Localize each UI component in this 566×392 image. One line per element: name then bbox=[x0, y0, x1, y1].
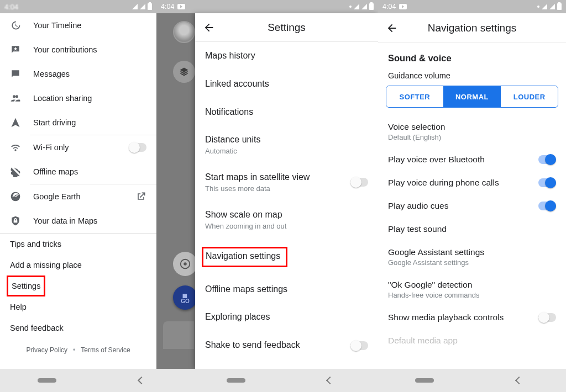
toggle[interactable] bbox=[350, 178, 368, 187]
settings-item[interactable]: Start maps in satellite viewThis uses mo… bbox=[195, 163, 378, 201]
settings-item-primary: Maps history bbox=[205, 50, 368, 62]
signal-icon bbox=[140, 4, 145, 9]
settings-item[interactable]: Shake to send feedback bbox=[195, 331, 378, 359]
shield-icon bbox=[10, 215, 22, 226]
drawer-item-offline-maps[interactable]: Offline maps bbox=[0, 160, 156, 184]
toggle[interactable] bbox=[538, 178, 556, 187]
map-background-strip bbox=[156, 0, 195, 369]
map-go-button: ◆ GO bbox=[173, 285, 197, 310]
volume-option-softer[interactable]: SOFTER bbox=[386, 86, 443, 107]
drawer-item-messages[interactable]: Messages bbox=[0, 62, 156, 86]
row-primary: Play voice over Bluetooth bbox=[388, 155, 533, 165]
drawer-item-wifi-only[interactable]: Wi-Fi only bbox=[0, 135, 156, 160]
back-button[interactable] bbox=[386, 22, 398, 34]
row-secondary: Google Assistant settings bbox=[388, 258, 556, 267]
settings-item[interactable]: Maps history bbox=[195, 42, 378, 70]
drawer-item-contributions[interactable]: Your contributions bbox=[0, 38, 156, 62]
screen-navigation-settings: 4:04 Navigation settings Sound & voice G… bbox=[378, 0, 566, 369]
nav-setting-row[interactable]: Show media playback controls bbox=[378, 306, 566, 329]
drawer-item-start-driving[interactable]: Start driving bbox=[0, 110, 156, 135]
drawer-item-google-earth[interactable]: Google Earth bbox=[0, 184, 156, 209]
home-pill[interactable] bbox=[227, 378, 245, 383]
home-pill[interactable] bbox=[415, 378, 434, 383]
settings-item[interactable]: Linked accounts bbox=[195, 70, 378, 98]
settings-title: Settings bbox=[195, 22, 378, 34]
settings-item[interactable]: About, terms & privacy bbox=[195, 359, 378, 369]
nav-setting-row[interactable]: Play audio cues bbox=[378, 194, 566, 218]
settings-item[interactable]: Notifications bbox=[195, 98, 378, 126]
row-primary: Default media app bbox=[388, 336, 556, 346]
toggle[interactable] bbox=[538, 313, 556, 322]
youtube-notif-icon bbox=[177, 4, 185, 9]
settings-item-secondary: This uses more data bbox=[205, 184, 346, 193]
home-pill[interactable] bbox=[38, 378, 56, 383]
back-gesture-icon[interactable] bbox=[326, 377, 334, 384]
battery-icon bbox=[557, 3, 562, 10]
settings-item-primary: Exploring places bbox=[205, 311, 368, 323]
drawer-item-label: Your contributions bbox=[33, 45, 146, 54]
settings-item-primary: Offline maps settings bbox=[205, 284, 368, 295]
nav-setting-row[interactable]: "Ok Google" detectionHands-free voice co… bbox=[378, 273, 566, 306]
wifi-only-toggle[interactable] bbox=[129, 143, 146, 152]
row-secondary: Hands-free voice commands bbox=[388, 291, 556, 299]
tos-link[interactable]: Terms of Service bbox=[81, 346, 130, 354]
drawer-item-add-place[interactable]: Add a missing place bbox=[0, 255, 156, 276]
nav-settings-header: Navigation settings bbox=[378, 13, 566, 43]
nav-icon bbox=[10, 117, 22, 128]
toggle[interactable] bbox=[538, 202, 556, 210]
settings-header: Settings bbox=[195, 13, 378, 42]
drawer-item-label: Start driving bbox=[33, 118, 146, 127]
volume-option-normal[interactable]: NORMAL bbox=[443, 86, 501, 107]
row-primary: Play audio cues bbox=[388, 201, 533, 211]
back-gesture-icon[interactable] bbox=[515, 377, 523, 384]
screen-drawer: 4:04 Your Timeline bbox=[0, 0, 156, 369]
map-mylocation-button bbox=[173, 252, 197, 276]
nav-setting-row[interactable]: Default media app bbox=[378, 329, 566, 352]
toggle[interactable] bbox=[538, 155, 556, 164]
row-voice-selection[interactable]: Voice selection Default (English) bbox=[378, 115, 566, 148]
settings-item[interactable]: Navigation settings bbox=[195, 239, 378, 276]
nav-setting-row[interactable]: Play voice during phone calls bbox=[378, 171, 566, 194]
back-gesture-icon[interactable] bbox=[138, 377, 145, 384]
dot-icon bbox=[349, 6, 352, 8]
settings-item-primary: Shake to send feedback bbox=[205, 340, 346, 351]
drawer-item-help[interactable]: Help bbox=[0, 296, 156, 317]
settings-item[interactable]: Show scale on mapWhen zooming in and out bbox=[195, 201, 378, 239]
battery-icon bbox=[369, 3, 374, 10]
volume-option-louder[interactable]: LOUDER bbox=[500, 86, 558, 107]
map-explore-card bbox=[163, 321, 194, 349]
toggle[interactable] bbox=[350, 341, 368, 350]
settings-item-primary: Navigation settings bbox=[206, 251, 280, 262]
drawer-item-label: Wi-Fi only bbox=[33, 143, 118, 152]
settings-item-primary: Show scale on map bbox=[205, 209, 368, 221]
row-primary: Show media playback controls bbox=[388, 312, 533, 322]
nav-setting-row[interactable]: Play voice over Bluetooth bbox=[378, 148, 566, 171]
drawer-item-settings[interactable]: Settings bbox=[8, 277, 44, 295]
drawer-item-your-data[interactable]: Your data in Maps bbox=[0, 209, 156, 233]
settings-item[interactable]: Offline maps settings bbox=[195, 276, 378, 304]
dot-icon bbox=[537, 6, 539, 8]
settings-item-secondary: When zooming in and out bbox=[205, 222, 368, 230]
highlight-navigation-settings: Navigation settings bbox=[202, 247, 287, 267]
drawer-item-location-sharing[interactable]: Location sharing bbox=[0, 86, 156, 110]
drawer-item-tips[interactable]: Tips and tricks bbox=[0, 234, 156, 255]
settings-item[interactable]: Distance unitsAutomatic bbox=[195, 126, 378, 163]
map-avatar bbox=[173, 21, 195, 43]
message-icon bbox=[10, 68, 22, 80]
nav-setting-row[interactable]: Play test sound bbox=[378, 218, 566, 241]
signal-icon bbox=[354, 4, 359, 9]
feedback-icon bbox=[10, 44, 22, 55]
highlight-settings: Settings bbox=[7, 276, 45, 296]
location-share-icon bbox=[10, 93, 22, 104]
settings-item[interactable]: Exploring places bbox=[195, 303, 378, 331]
nav-setting-row[interactable]: Google Assistant settingsGoogle Assistan… bbox=[378, 241, 566, 273]
drawer-item-timeline[interactable]: Your Timeline bbox=[0, 13, 156, 38]
back-button[interactable] bbox=[203, 22, 215, 34]
guidance-volume-segment: SOFTERNORMALLOUDER bbox=[386, 86, 558, 108]
nav-settings-title: Navigation settings bbox=[378, 22, 566, 34]
drawer-item-send-feedback[interactable]: Send feedback bbox=[0, 317, 156, 338]
row-secondary: Default (English) bbox=[388, 133, 556, 141]
drawer-item-label: Offline maps bbox=[33, 167, 146, 176]
drawer-footer: Privacy Policy • Terms of Service bbox=[0, 338, 156, 358]
privacy-link[interactable]: Privacy Policy bbox=[26, 346, 67, 354]
